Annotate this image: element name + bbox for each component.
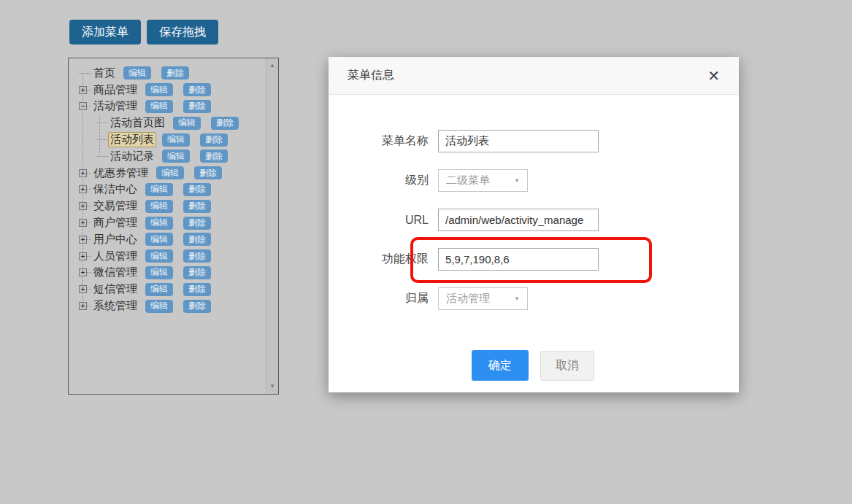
- url-row: URL: [329, 209, 739, 231]
- tree-node-edit-button[interactable]: 编辑: [145, 249, 173, 263]
- tree-node: +微信管理编辑删除: [69, 265, 266, 282]
- permissions-label: 功能权限: [329, 252, 429, 267]
- tree-node-edit-button[interactable]: 编辑: [145, 217, 173, 230]
- dialog-body: 菜单名称 级别 二级菜单 ▼ URL 功能权限 归属 活动管理 ▼: [329, 95, 739, 310]
- tree-node-label[interactable]: 微信管理: [91, 265, 139, 280]
- tree-node-label[interactable]: 系统管理: [91, 298, 139, 314]
- expander-icon[interactable]: +: [79, 202, 87, 210]
- tree-node-delete-button[interactable]: 删除: [211, 117, 239, 130]
- tree-node-label[interactable]: 用户中心: [91, 232, 139, 247]
- tree-node: +人员管理编辑删除: [69, 248, 266, 265]
- parent-label: 归属: [329, 291, 429, 306]
- menu-tree: 首页编辑删除+商品管理编辑删除−活动管理编辑删除活动首页图编辑删除活动列表编辑删…: [69, 65, 266, 314]
- tree-node: +系统管理编辑删除: [69, 298, 266, 314]
- tree-node-delete-button[interactable]: 删除: [183, 100, 211, 113]
- tree-connector-line: [96, 139, 104, 140]
- tree-node-edit-button[interactable]: 编辑: [162, 150, 190, 163]
- tree-node-edit-button[interactable]: 编辑: [145, 100, 173, 113]
- tree-scrollbar[interactable]: ▲ ▼: [266, 58, 278, 394]
- expander-icon[interactable]: +: [79, 185, 87, 193]
- expander-icon[interactable]: +: [79, 268, 87, 276]
- parent-row: 归属 活动管理 ▼: [329, 287, 739, 310]
- tree-connector-line: [79, 73, 87, 74]
- expander-icon[interactable]: +: [79, 285, 87, 293]
- permissions-input[interactable]: [438, 248, 599, 271]
- expander-icon[interactable]: +: [79, 236, 87, 244]
- tree-node-label[interactable]: 活动列表: [108, 132, 156, 147]
- tree-node-label[interactable]: 活动记录: [108, 149, 156, 164]
- tree-node-label[interactable]: 首页: [91, 66, 118, 81]
- tree-node-edit-button[interactable]: 编辑: [156, 166, 184, 179]
- scroll-down-icon[interactable]: ▼: [266, 381, 278, 392]
- tree-node-edit-button[interactable]: 编辑: [145, 300, 173, 313]
- parent-select-value: 活动管理: [446, 292, 490, 306]
- tree-node: +商户管理编辑删除: [69, 214, 266, 231]
- url-input[interactable]: [438, 209, 599, 231]
- tree-node-delete-button[interactable]: 删除: [183, 183, 211, 196]
- tree-connector-line: [96, 123, 104, 123]
- confirm-button[interactable]: 确定: [472, 350, 529, 381]
- tree-node-label[interactable]: 商品管理: [91, 82, 139, 98]
- tree-node-edit-button[interactable]: 编辑: [162, 133, 190, 147]
- expander-icon[interactable]: +: [79, 169, 87, 177]
- tree-node-edit-button[interactable]: 编辑: [145, 233, 173, 246]
- menu-name-input[interactable]: [438, 130, 599, 152]
- tree-node-label[interactable]: 短信管理: [91, 282, 139, 297]
- tree-node-label[interactable]: 交易管理: [91, 198, 139, 214]
- parent-select[interactable]: 活动管理 ▼: [438, 287, 528, 310]
- tree-node-edit-button[interactable]: 编辑: [145, 183, 173, 196]
- level-select-value: 二级菜单: [446, 174, 490, 187]
- tree-node-delete-button[interactable]: 删除: [161, 66, 189, 80]
- tree-node-delete-button[interactable]: 删除: [183, 300, 211, 313]
- tree-node-label[interactable]: 活动管理: [91, 98, 139, 114]
- tree-node-delete-button[interactable]: 删除: [183, 83, 211, 96]
- menu-info-dialog: 菜单信息 ✕ 菜单名称 级别 二级菜单 ▼ URL 功能权限 归属 活动管理: [329, 57, 739, 392]
- tree-node-label[interactable]: 保洁中心: [91, 182, 139, 197]
- menu-name-label: 菜单名称: [329, 133, 429, 149]
- level-select[interactable]: 二级菜单 ▼: [438, 169, 528, 192]
- tree-node-label[interactable]: 人员管理: [91, 249, 139, 264]
- tree-node: 活动记录编辑删除: [69, 148, 266, 165]
- close-icon[interactable]: ✕: [707, 69, 720, 83]
- tree-node-delete-button[interactable]: 删除: [183, 200, 211, 213]
- cancel-button[interactable]: 取消: [540, 351, 594, 381]
- expander-icon[interactable]: +: [79, 219, 87, 227]
- toolbar: 添加菜单 保存拖拽: [69, 20, 218, 44]
- tree-node-label[interactable]: 优惠券管理: [91, 166, 150, 181]
- tree-node-delete-button[interactable]: 删除: [183, 217, 211, 230]
- expander-icon[interactable]: +: [79, 252, 87, 260]
- tree-node-edit-button[interactable]: 编辑: [145, 283, 173, 296]
- tree-node-delete-button[interactable]: 删除: [200, 150, 228, 163]
- tree-node: +优惠券管理编辑删除: [69, 165, 266, 182]
- chevron-down-icon: ▼: [514, 177, 520, 184]
- tree-node-delete-button[interactable]: 删除: [200, 133, 228, 147]
- tree-node-edit-button[interactable]: 编辑: [145, 83, 173, 96]
- dialog-title: 菜单信息: [348, 68, 394, 83]
- tree-node: 活动首页图编辑删除: [69, 115, 266, 131]
- expander-icon[interactable]: −: [79, 102, 87, 110]
- tree-node-delete-button[interactable]: 删除: [183, 283, 211, 296]
- save-drag-button[interactable]: 保存拖拽: [147, 20, 218, 44]
- tree-node-label[interactable]: 活动首页图: [108, 115, 167, 131]
- tree-node-delete-button[interactable]: 删除: [183, 249, 211, 263]
- tree-node-edit-button[interactable]: 编辑: [145, 200, 173, 213]
- tree-node-delete-button[interactable]: 删除: [194, 166, 222, 179]
- tree-node: +短信管理编辑删除: [69, 281, 266, 298]
- tree-node-label[interactable]: 商户管理: [91, 215, 139, 230]
- tree-node-edit-button[interactable]: 编辑: [145, 266, 173, 279]
- permissions-row: 功能权限: [329, 248, 739, 271]
- level-label: 级别: [329, 173, 429, 188]
- tree-node-delete-button[interactable]: 删除: [183, 266, 211, 279]
- expander-icon[interactable]: +: [79, 302, 87, 310]
- url-label: URL: [329, 214, 429, 227]
- tree-node: +保洁中心编辑删除: [69, 182, 266, 198]
- tree-node-delete-button[interactable]: 删除: [183, 233, 211, 246]
- add-menu-button[interactable]: 添加菜单: [69, 20, 141, 44]
- tree-node: 活动列表编辑删除: [69, 131, 266, 148]
- tree-node-edit-button[interactable]: 编辑: [123, 66, 151, 80]
- scroll-up-icon[interactable]: ▲: [266, 60, 278, 71]
- expander-icon[interactable]: +: [79, 86, 87, 94]
- tree-node-edit-button[interactable]: 编辑: [173, 117, 201, 130]
- tree-connector-line: [96, 156, 104, 157]
- tree-node: 首页编辑删除: [69, 65, 266, 82]
